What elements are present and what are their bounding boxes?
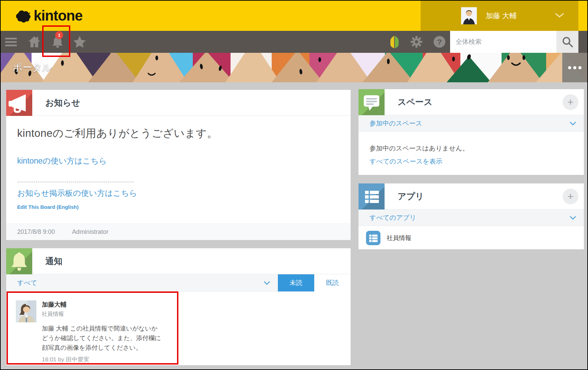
joined-spaces-label: 参加中のスペース (369, 119, 422, 128)
bell-widget-icon (6, 248, 32, 274)
joined-spaces-toggle[interactable]: 参加中のスペース (358, 115, 584, 132)
user-name: 加藤 大輔 (486, 11, 517, 21)
speech-bubble-icon (358, 89, 385, 115)
portal-title: ポータル (13, 61, 52, 74)
dot-icon (568, 66, 571, 69)
notification-sender-name: 加藤大輔 (42, 300, 165, 309)
announcement-widget: お知らせ kintoneのご利用ありがとうございます。 kintoneの使い方は… (6, 90, 351, 240)
kintone-portal-screen: kintone 加藤 大輔 (0, 0, 588, 370)
chevron-down-icon (569, 216, 576, 220)
notifications-filter-dropdown[interactable]: すべて (6, 274, 278, 291)
portal-cover-image: ポータル (1, 53, 587, 82)
favorites-star-icon[interactable] (72, 31, 87, 53)
notification-content: 加藤大輔 社員情報 加藤 大輔 この社員情報で間違いがないかどうか確認してくださ… (42, 300, 165, 363)
filter-selected-value: すべて (17, 278, 37, 287)
edit-board-link[interactable]: Edit This Board (English) (17, 204, 339, 210)
logo-text: kintone (34, 8, 82, 24)
announcement-title: お知らせ (45, 97, 80, 108)
notification-item[interactable]: 加藤大輔 社員情報 加藤 大輔 この社員情報で間違いがないかどうか確認してくださ… (6, 291, 351, 363)
tab-unread[interactable]: 未読 (278, 274, 314, 291)
all-apps-toggle[interactable]: すべてのアプリ (358, 210, 584, 226)
spaces-body: 参加中のスペースはありません。 すべてのスペースを表示 (358, 132, 584, 166)
spaces-widget: スペース + 参加中のスペース 参加中のスペースはありません。 すべてのスペース… (358, 89, 584, 175)
notification-sender-avatar (16, 300, 36, 322)
announcement-heading: kintoneのご利用ありがとうございます。 (17, 126, 339, 141)
announcement-header: お知らせ (6, 90, 351, 116)
beginner-guide-icon[interactable] (387, 31, 402, 53)
notification-time-author: 16:01 by 田中愛実 (42, 356, 165, 363)
apps-widget: アプリ + すべてのアプリ 社員情報 (358, 183, 584, 249)
tab-read[interactable]: 既読 (314, 274, 351, 291)
settings-gear-icon[interactable] (409, 31, 424, 53)
home-icon[interactable] (27, 31, 42, 53)
add-app-button[interactable]: + (563, 189, 578, 204)
notifications-header: 通知 (6, 248, 351, 274)
chevron-down-icon (569, 121, 576, 126)
global-search (450, 31, 578, 53)
search-icon (562, 36, 573, 48)
app-item-label: 社員情報 (387, 234, 411, 242)
pencils-photo (1, 53, 587, 82)
announcement-footer: 2017/8/8 9:00 Administrator (6, 224, 351, 240)
announcement-date: 2017/8/8 9:00 (17, 228, 55, 236)
search-button[interactable] (556, 31, 578, 53)
kintone-usage-link[interactable]: kintoneの使い方はこちら (17, 156, 107, 166)
app-list-icon (358, 183, 385, 210)
apps-header: アプリ + (358, 183, 584, 210)
menu-hamburger-icon[interactable] (3, 31, 19, 53)
megaphone-icon (6, 90, 32, 116)
apps-title: アプリ (398, 191, 424, 202)
divider-dashes: ----------------------------------------… (17, 179, 339, 184)
notifications-filter-row: すべて 未読 既読 (6, 274, 351, 291)
user-dropdown-caret-icon (555, 13, 564, 18)
search-input[interactable] (450, 31, 556, 53)
dot-icon (578, 66, 581, 69)
top-bar: kintone 加藤 大輔 (1, 1, 587, 31)
board-usage-link[interactable]: お知らせ掲示板の使い方はこちら (17, 188, 137, 199)
notifications-widget: 通知 すべて 未読 既読 (6, 248, 351, 365)
spaces-header: スペース + (358, 89, 584, 115)
announcement-author: Administrator (72, 228, 108, 236)
announcement-body: kintoneのご利用ありがとうございます。 kintoneの使い方はこちら -… (6, 116, 351, 210)
dot-icon (573, 66, 576, 69)
kintone-logo[interactable]: kintone (14, 5, 82, 26)
user-avatar (461, 7, 477, 24)
spaces-title: スペース (398, 96, 433, 108)
notification-count-badge: 1 (55, 31, 63, 39)
app-item-employee-info[interactable]: 社員情報 (358, 226, 584, 245)
svg-text:?: ? (437, 37, 442, 46)
notification-message: 加藤 大輔 この社員情報で間違いがないかどうか確認してください。また、添付欄に顔… (42, 324, 163, 353)
help-icon[interactable]: ? (432, 31, 447, 53)
chevron-down-icon (263, 281, 270, 285)
notifications-title: 通知 (45, 255, 62, 267)
app-icon (366, 231, 380, 245)
global-nav-bar: 1 (1, 31, 587, 53)
add-space-button[interactable]: + (563, 94, 578, 110)
portal-options-button[interactable] (562, 53, 587, 82)
kintone-cloud-icon (14, 8, 32, 23)
spaces-empty-text: 参加中のスペースはありません。 (369, 144, 584, 153)
all-apps-label: すべてのアプリ (369, 213, 416, 222)
show-all-spaces-link[interactable]: すべてのスペースを表示 (369, 157, 443, 166)
notification-app-name: 社員情報 (42, 311, 165, 318)
user-menu[interactable]: 加藤 大輔 (421, 1, 578, 31)
